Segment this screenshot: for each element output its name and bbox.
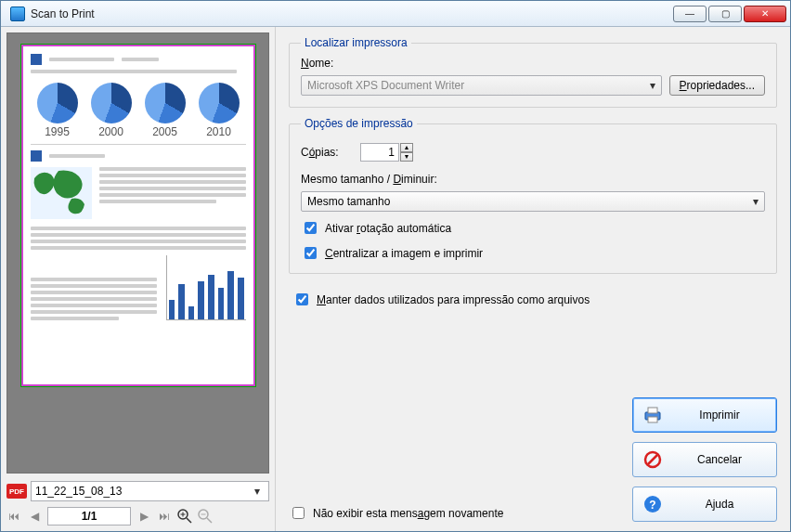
divider bbox=[31, 144, 246, 145]
close-button[interactable]: ✕ bbox=[744, 6, 786, 22]
first-page-button[interactable]: ⏮ bbox=[6, 509, 21, 524]
year-label: 1995 bbox=[45, 125, 70, 138]
text-placeholder bbox=[31, 233, 246, 237]
print-button[interactable]: Imprimir bbox=[632, 397, 777, 433]
text-placeholder bbox=[99, 174, 246, 177]
text-placeholder bbox=[49, 154, 105, 158]
scale-combo[interactable]: Mesmo tamanho ▾ bbox=[301, 191, 765, 212]
titlebar[interactable]: Scan to Print — ▢ ✕ bbox=[1, 1, 790, 27]
chevron-down-icon[interactable]: ▾ bbox=[250, 485, 265, 498]
cancel-button-label: Cancelar bbox=[672, 453, 767, 466]
zoom-in-icon bbox=[177, 509, 192, 524]
scale-value: Mesmo tamanho bbox=[307, 195, 390, 208]
pie-chart-icon bbox=[91, 83, 132, 123]
zoom-in-button[interactable] bbox=[177, 509, 192, 524]
text-placeholder bbox=[99, 200, 216, 203]
bar-chart-icon bbox=[166, 255, 246, 320]
svg-line-6 bbox=[207, 518, 212, 523]
dialog-scan-to-print: Scan to Print — ▢ ✕ bbox=[0, 0, 791, 532]
printer-name-combo[interactable]: Microsoft XPS Document Writer ▾ bbox=[301, 75, 662, 96]
help-button[interactable]: ? Ajuda bbox=[632, 487, 777, 522]
settings-pane: Localizar impressora Nome: Microsoft XPS… bbox=[276, 27, 790, 531]
world-map-icon bbox=[31, 167, 92, 219]
chevron-down-icon[interactable]: ▾ bbox=[753, 195, 759, 208]
pie-chart-icon bbox=[145, 83, 186, 123]
page-number-input[interactable] bbox=[47, 507, 131, 526]
spin-up-button[interactable]: ▲ bbox=[400, 143, 413, 152]
copies-spinner[interactable]: ▲▼ bbox=[360, 143, 413, 162]
help-button-label: Ajuda bbox=[672, 498, 767, 511]
printer-name-value: Microsoft XPS Document Writer bbox=[307, 79, 464, 92]
dont-show-again-label: Não exibir esta mensagem novamente bbox=[313, 507, 503, 520]
text-placeholder bbox=[99, 180, 246, 184]
app-icon bbox=[10, 6, 25, 21]
help-icon: ? bbox=[642, 494, 663, 514]
svg-line-2 bbox=[187, 518, 191, 523]
page-nav: ⏮ ◀ ▶ ⏭ bbox=[6, 507, 269, 526]
printer-name-label: Nome: bbox=[301, 57, 333, 70]
printer-group: Localizar impressora Nome: Microsoft XPS… bbox=[289, 36, 777, 108]
window-title: Scan to Print bbox=[31, 7, 673, 20]
svg-rect-9 bbox=[648, 408, 657, 413]
zoom-out-button[interactable] bbox=[198, 509, 213, 524]
file-name-value: 11_22_15_08_13 bbox=[35, 485, 122, 498]
svg-line-12 bbox=[648, 455, 657, 464]
svg-rect-10 bbox=[648, 417, 657, 422]
action-buttons: Imprimir Cancelar ? Ajuda bbox=[632, 397, 777, 522]
minimize-button[interactable]: — bbox=[673, 6, 707, 22]
chevron-down-icon[interactable]: ▾ bbox=[650, 79, 655, 92]
spin-down-button[interactable]: ▼ bbox=[400, 152, 413, 162]
file-name-combo[interactable]: 11_22_15_08_13 ▾ bbox=[31, 481, 269, 501]
printer-properties-button[interactable]: Propriedades... bbox=[669, 75, 765, 96]
print-options-group: Opções de impressão Cópias: ▲▼ Mesmo tam… bbox=[289, 117, 777, 274]
printer-group-legend: Localizar impressora bbox=[301, 36, 411, 49]
keep-files-label: Manter dados utilizados para impressão c… bbox=[317, 293, 590, 306]
file-selector-row: PDF 11_22_15_08_13 ▾ bbox=[6, 481, 269, 501]
year-label: 2010 bbox=[206, 125, 231, 138]
preview-frame: 1995 2000 2005 2010 bbox=[6, 32, 269, 474]
copies-input[interactable] bbox=[360, 143, 399, 162]
text-placeholder bbox=[31, 246, 246, 250]
bullet-icon bbox=[31, 54, 42, 65]
next-page-button[interactable]: ▶ bbox=[136, 509, 151, 524]
cancel-icon bbox=[642, 449, 663, 470]
auto-rotate-label: Ativar rotação automática bbox=[325, 222, 451, 235]
center-image-label: Centralizar a imagem e imprimir bbox=[325, 247, 483, 260]
pie-chart-icon bbox=[199, 83, 240, 123]
text-placeholder bbox=[31, 227, 246, 230]
bullet-icon bbox=[31, 150, 42, 162]
keep-files-checkbox[interactable] bbox=[296, 293, 308, 305]
page-thumbnail[interactable]: 1995 2000 2005 2010 bbox=[21, 45, 255, 386]
text-placeholder bbox=[122, 58, 159, 61]
print-options-legend: Opções de impressão bbox=[301, 117, 417, 130]
text-placeholder bbox=[49, 58, 114, 61]
text-placeholder bbox=[99, 187, 246, 190]
pdf-icon: PDF bbox=[6, 484, 27, 499]
svg-text:?: ? bbox=[649, 499, 655, 512]
print-button-label: Imprimir bbox=[672, 409, 767, 422]
center-image-checkbox[interactable] bbox=[305, 247, 317, 259]
text-placeholder bbox=[31, 70, 238, 73]
preview-pane: 1995 2000 2005 2010 bbox=[1, 27, 276, 531]
content-area: 1995 2000 2005 2010 bbox=[1, 27, 790, 531]
year-label: 2005 bbox=[152, 125, 177, 138]
year-label: 2000 bbox=[98, 125, 123, 138]
text-placeholder bbox=[99, 167, 246, 171]
last-page-button[interactable]: ⏭ bbox=[157, 509, 172, 524]
scale-label: Mesmo tamanho / Diminuir: bbox=[301, 173, 437, 186]
text-placeholder bbox=[31, 240, 246, 243]
copies-label: Cópias: bbox=[301, 146, 353, 159]
auto-rotate-checkbox[interactable] bbox=[305, 222, 317, 234]
text-placeholder bbox=[99, 193, 246, 197]
maximize-button[interactable]: ▢ bbox=[708, 6, 742, 22]
dont-show-again-checkbox[interactable] bbox=[292, 507, 305, 519]
pie-chart-icon bbox=[37, 83, 78, 123]
cancel-button[interactable]: Cancelar bbox=[632, 442, 777, 477]
zoom-out-icon bbox=[198, 509, 213, 524]
printer-icon bbox=[642, 405, 663, 425]
prev-page-button[interactable]: ◀ bbox=[27, 509, 42, 524]
